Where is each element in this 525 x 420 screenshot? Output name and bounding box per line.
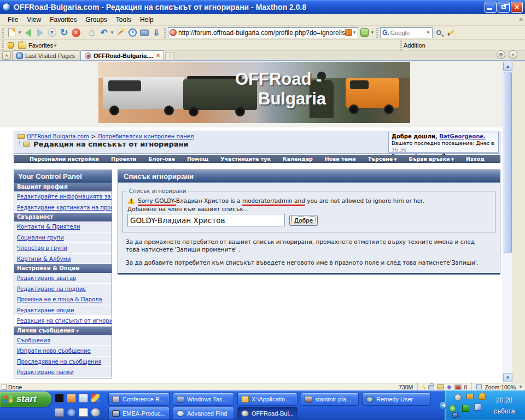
task-explorer-x-drive[interactable]: X:\Applicatio... [237, 393, 298, 406]
addition-label[interactable]: Addition [404, 42, 425, 49]
sidebar-link-group-membership[interactable]: Членство в групи [14, 243, 112, 254]
address-bar[interactable]: ▼ [168, 27, 358, 38]
stop-button[interactable]: × [70, 27, 82, 39]
address-input[interactable] [178, 29, 345, 37]
taskbar-clock[interactable]: 20:20 събота [487, 395, 522, 417]
sidebar-link-edit-ignore-list[interactable]: Редакция на списъкът от игнорирани [14, 316, 112, 326]
vertical-scrollbar[interactable]: ▲ ▼ [503, 62, 512, 382]
sidebar-link-edit-profile-picture[interactable]: Редактиране картинката на профила [14, 202, 112, 213]
go-button[interactable]: → [358, 27, 370, 39]
tab-offroad-bulgaria[interactable]: OFFRoad-Bulgaria.... × [80, 50, 164, 60]
sidebar-link-track-messages[interactable]: Проследяване на съобщения [14, 357, 112, 368]
favorites-dropdown-icon[interactable]: ▼ [53, 43, 57, 48]
tab-list-close-button[interactable]: × [509, 50, 517, 59]
nav-quick-links[interactable]: Бързи връзки▼ [409, 156, 454, 162]
scroll-up-icon[interactable]: ▲ [503, 62, 512, 71]
go-dropdown-icon[interactable]: ▼ [370, 30, 375, 35]
quicklaunch-maxthon-icon[interactable] [91, 408, 100, 417]
tray-mail-icon[interactable] [466, 394, 474, 399]
shield-icon[interactable] [8, 42, 14, 49]
sidebar-link-pictures-albums[interactable]: Картини & Албуми [14, 254, 112, 265]
favorites-grip[interactable] [2, 40, 4, 50]
search-input[interactable] [390, 30, 426, 36]
zoom-dropdown-icon[interactable]: ▼ [518, 384, 523, 389]
toolbar-grip[interactable] [2, 28, 4, 38]
tray-maxthon-icon[interactable] [454, 394, 462, 401]
start-button[interactable]: start [0, 392, 51, 407]
ok-button[interactable]: Добре [289, 215, 318, 226]
task-windows-task[interactable]: Windows Tas... [173, 393, 234, 406]
menu-help[interactable]: Help [136, 15, 158, 25]
task-stanimir[interactable]: stanimir-pla... [301, 393, 359, 406]
task-emea-produc[interactable]: EMEA-Produc... [108, 407, 170, 420]
quicklaunch-notepad-icon[interactable] [79, 408, 88, 417]
sidebar-link-edit-info[interactable]: Редактирайте информацията за вас [14, 191, 112, 202]
addition-grip[interactable] [400, 40, 402, 50]
new-tab-button[interactable] [5, 27, 18, 39]
task-offroad-bulgaria[interactable]: OFFRoad-Bul... [237, 407, 298, 420]
boost-icon[interactable]: ϟ [422, 384, 425, 390]
address-dropdown-icon[interactable]: ▼ [352, 30, 357, 35]
magic-fill-button[interactable] [114, 27, 126, 39]
nav-help[interactable]: Помощ [187, 156, 208, 162]
nav-projects[interactable]: Проекти [111, 156, 136, 162]
home-button[interactable]: ⌂ [86, 27, 98, 39]
breadcrumb-root-link[interactable]: OFFRoad-Bulgaria.com [27, 133, 89, 139]
quicklaunch-window-icon[interactable] [79, 394, 88, 402]
sidebar-link-change-email-password[interactable]: Промяна на е.поща & Парола [14, 294, 112, 305]
favorites-label[interactable]: Favorites [28, 42, 53, 49]
search-box[interactable]: G. ▼ [380, 27, 433, 38]
sidebar-link-edit-avatar[interactable]: Редактиране аватар [14, 273, 112, 284]
tray-usb-icon[interactable] [452, 411, 459, 418]
screen-capture-button[interactable] [138, 27, 150, 39]
nav-search[interactable]: Търсене▼ [368, 156, 397, 162]
back-button[interactable] [22, 27, 34, 39]
tray-network-card-icon[interactable] [462, 405, 469, 412]
new-tab-ghost-button[interactable]: + [165, 52, 175, 60]
rss-icon[interactable] [345, 29, 352, 36]
plugin-icon[interactable]: ◆ [447, 383, 451, 390]
quicklaunch-browser-icon[interactable] [67, 408, 76, 417]
menu-tools[interactable]: Tools [112, 15, 136, 25]
favorites-tab-button[interactable]: ★ [2, 51, 11, 60]
nav-members[interactable]: Участниците тук [220, 156, 271, 162]
tray-antivirus-icon[interactable] [449, 405, 456, 412]
menu-file[interactable]: File [3, 15, 22, 25]
nav-logout[interactable]: Изход [466, 156, 485, 162]
window-zoom-icon[interactable] [476, 384, 482, 389]
tab-last-visited[interactable]: Last Visited Pages [12, 50, 79, 60]
refresh-button[interactable]: ↻ [58, 27, 70, 39]
member-name-input[interactable] [127, 214, 285, 226]
task-advanced-find[interactable]: Advanced Find [173, 407, 234, 420]
highlight-button[interactable] [445, 27, 457, 39]
breadcrumb-parent-link[interactable]: Потребителски контролен панел [98, 133, 194, 139]
scrollbar-thumb[interactable] [504, 72, 512, 253]
tray-user-icon[interactable] [479, 393, 486, 400]
tray-connections-icon[interactable] [474, 404, 481, 411]
minimize-button[interactable] [485, 2, 497, 13]
quicklaunch-remote-icon[interactable] [55, 408, 64, 417]
favorites-folder-icon[interactable] [18, 43, 26, 49]
popup-blocker-icon[interactable] [454, 384, 462, 390]
history-dropdown-button[interactable]: ▼ [46, 27, 58, 39]
username-link[interactable]: BatGeorgeone. [439, 133, 485, 139]
undo-dropdown-icon[interactable]: ▼ [110, 30, 114, 35]
nav-new-posts[interactable]: Нови теми [325, 156, 356, 162]
zoom-level[interactable]: Zoom:100% [485, 384, 516, 390]
nav-personal-settings[interactable]: Персонални настройки [30, 156, 99, 162]
history-button[interactable] [126, 27, 138, 39]
quicklaunch-console-icon[interactable] [55, 394, 64, 402]
menu-groups[interactable]: Groups [81, 15, 112, 25]
tray-chevron-icon[interactable]: ◄ [439, 401, 447, 410]
menu-overflow-icon[interactable]: » [519, 15, 523, 23]
sidebar-link-edit-folders[interactable]: Редактиране папки [14, 367, 112, 378]
menu-favorites[interactable]: Favorites [45, 15, 81, 25]
proxy-lock-icon[interactable] [428, 385, 434, 389]
new-tab-dropdown-icon[interactable]: ▼ [18, 30, 22, 35]
search-grip[interactable] [376, 28, 378, 38]
nav-blogs[interactable]: Блог-ове [148, 156, 175, 162]
quicklaunch-image-icon[interactable] [67, 394, 76, 402]
addressbar-grip[interactable] [164, 28, 166, 38]
forward-button[interactable] [34, 27, 46, 39]
close-button[interactable]: × [511, 2, 523, 13]
